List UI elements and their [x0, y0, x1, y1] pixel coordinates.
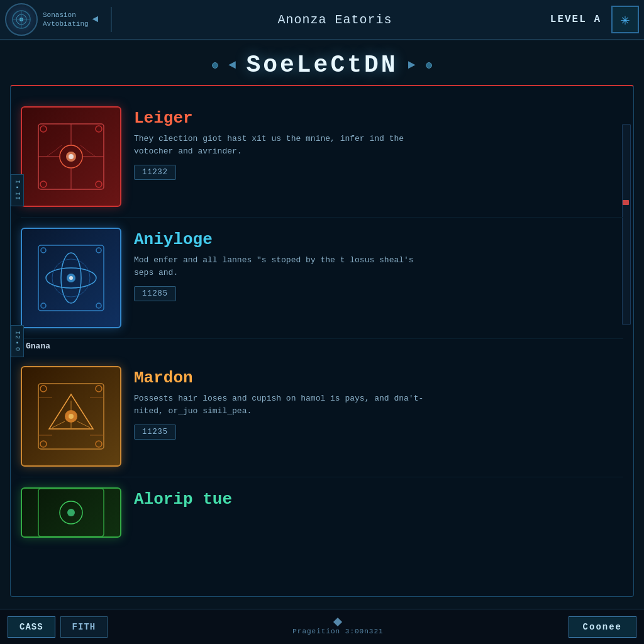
item-info-1: Leiger They clection giot hast xit us th…: [134, 106, 623, 180]
item-badge-2[interactable]: 11285: [134, 286, 176, 301]
svg-point-29: [41, 303, 46, 308]
svg-point-39: [40, 386, 47, 392]
item-desc-3: Possests hair loses and cupish on hamol …: [134, 392, 436, 417]
svg-point-16: [96, 181, 102, 187]
svg-point-13: [40, 126, 47, 132]
list-item[interactable]: Mardon Possests hair loses and cupish on…: [21, 356, 623, 477]
nav-back-arrow[interactable]: ◄: [92, 14, 99, 25]
top-bar: Sonasion Avtobiating ◄ Anonza Eatoris LE…: [0, 0, 644, 40]
svg-point-40: [96, 386, 102, 392]
item-desc-1: They clection giot hast xit us the mnine…: [134, 133, 436, 157]
coonee-button[interactable]: Coonee: [569, 616, 636, 638]
decorator-dot-left: [212, 62, 218, 69]
list-item[interactable]: Alorip tue: [21, 477, 623, 538]
svg-point-27: [41, 248, 46, 253]
bottom-left-buttons: CASS FITH: [8, 616, 108, 638]
logo: [5, 3, 38, 36]
section-label: Gnana: [26, 341, 623, 351]
item-card-blue: [21, 228, 121, 328]
selection-title: SoeLeCtDN: [246, 52, 397, 79]
decorator-arrow-left: ◄: [228, 58, 236, 72]
header-decorators: ◄ SoeLeCtDN ►: [8, 52, 636, 79]
item-name-4: Alorip tue: [134, 490, 623, 509]
svg-line-20: [87, 150, 96, 157]
list-item[interactable]: Leiger They clection giot hast xit us th…: [21, 96, 623, 218]
scrollbar-thumb: [623, 200, 629, 205]
nav-line1: Sonasion: [43, 11, 89, 19]
svg-line-38: [77, 421, 90, 428]
nav-section: Sonasion Avtobiating ◄: [43, 11, 103, 29]
item-desc-2: Mod enfer and all lannes "s stoped by th…: [134, 254, 436, 279]
nav-line2: Avtobiating: [43, 19, 89, 28]
svg-point-15: [40, 181, 47, 187]
item-info-4: Alorip tue: [134, 487, 623, 514]
asterisk-button[interactable]: ✳: [611, 6, 639, 33]
svg-line-37: [52, 421, 65, 428]
fith-button[interactable]: FITH: [60, 616, 108, 638]
item-name-2: Aniyloge: [134, 230, 623, 249]
svg-point-41: [40, 441, 47, 447]
selection-header: ◄ SoeLeCtDN ►: [8, 40, 636, 85]
svg-point-26: [69, 276, 73, 280]
svg-point-42: [96, 441, 102, 447]
side-tag-2: I2▪O: [11, 325, 24, 357]
item-info-3: Mardon Possests hair loses and cupish on…: [134, 366, 623, 440]
main-area: ◄ SoeLeCtDN ► I▪II I2▪O: [0, 40, 644, 609]
level-indicator: LEVEL A: [550, 14, 601, 25]
svg-point-34: [69, 414, 74, 419]
decorator-arrow-right: ►: [408, 58, 416, 72]
scrollbar[interactable]: [622, 124, 631, 325]
svg-point-30: [96, 303, 101, 308]
svg-point-8: [69, 154, 74, 159]
content-panel: I▪II I2▪O: [10, 85, 634, 597]
item-info-2: Aniyloge Mod enfer and all lannes "s sto…: [134, 228, 623, 301]
item-badge-1[interactable]: 11232: [134, 165, 176, 180]
cass-button[interactable]: CASS: [8, 616, 55, 638]
item-card-green: [21, 487, 121, 538]
diamond-icon: [333, 617, 342, 626]
item-name-3: Mardon: [134, 369, 623, 387]
svg-line-18: [55, 145, 62, 150]
bottom-bar: CASS FITH Prageition 3:00n321 Coonee: [0, 609, 644, 644]
bottom-center: Prageition 3:00n321: [292, 619, 383, 635]
items-list: Leiger They clection giot hast xit us th…: [21, 96, 623, 538]
svg-point-14: [96, 126, 102, 132]
nav-text: Sonasion Avtobiating: [43, 11, 89, 29]
svg-line-17: [47, 150, 55, 157]
status-text: Prageition 3:00n321: [292, 628, 383, 635]
item-card-red: [21, 106, 121, 207]
top-bar-divider: [111, 7, 112, 32]
top-bar-title: Anonza Eatoris: [119, 13, 550, 27]
decorator-dot-right: [426, 62, 432, 69]
item-badge-3[interactable]: 11235: [134, 425, 176, 440]
item-card-orange: [21, 366, 121, 467]
list-item[interactable]: Aniyloge Mod enfer and all lannes "s sto…: [21, 218, 623, 339]
svg-point-49: [67, 509, 75, 516]
side-tag-1: I▪II: [11, 174, 24, 206]
svg-point-28: [96, 248, 101, 253]
svg-line-19: [80, 145, 87, 150]
item-name-1: Leiger: [134, 109, 623, 128]
